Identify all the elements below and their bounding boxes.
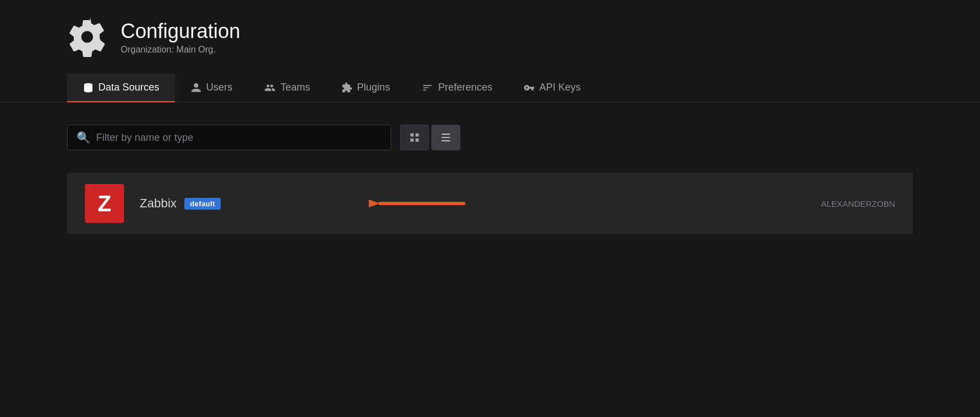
tab-preferences[interactable]: Preferences bbox=[406, 74, 508, 102]
search-area: 🔍 bbox=[67, 125, 913, 150]
default-badge: default bbox=[184, 198, 221, 210]
list-view-button[interactable] bbox=[431, 125, 460, 150]
tab-api-keys-label: API Keys bbox=[539, 82, 581, 93]
arrow-svg bbox=[369, 187, 469, 220]
page-title: Configuration bbox=[121, 19, 240, 43]
tab-plugins-label: Plugins bbox=[357, 82, 390, 93]
search-wrapper: 🔍 bbox=[67, 125, 391, 150]
header: Configuration Organization: Main Org. bbox=[0, 17, 980, 74]
arrow-annotation bbox=[369, 187, 469, 220]
database-icon bbox=[83, 82, 94, 93]
nav-tabs: Data Sources Users Teams bbox=[0, 74, 980, 102]
key-icon bbox=[524, 82, 535, 93]
datasource-name: Zabbix bbox=[140, 196, 177, 211]
header-text: Configuration Organization: Main Org. bbox=[121, 19, 240, 54]
gear-icon bbox=[67, 17, 107, 57]
page-wrapper: Configuration Organization: Main Org. Da… bbox=[0, 0, 980, 417]
search-input[interactable] bbox=[96, 132, 382, 144]
main-content: 🔍 Z bbox=[0, 102, 980, 257]
tab-api-keys[interactable]: API Keys bbox=[508, 74, 596, 102]
tab-preferences-label: Preferences bbox=[438, 82, 492, 93]
tab-data-sources[interactable]: Data Sources bbox=[67, 74, 175, 102]
sliders-icon bbox=[421, 82, 434, 93]
tab-teams-label: Teams bbox=[280, 82, 310, 93]
puzzle-icon bbox=[341, 82, 353, 93]
tab-data-sources-label: Data Sources bbox=[98, 82, 159, 93]
search-icon: 🔍 bbox=[77, 131, 91, 144]
datasource-row[interactable]: Z Zabbix default bbox=[67, 173, 913, 234]
page-subtitle: Organization: Main Org. bbox=[121, 45, 240, 55]
user-icon bbox=[191, 82, 202, 93]
datasource-list: Z Zabbix default bbox=[67, 173, 913, 234]
tab-users[interactable]: Users bbox=[175, 74, 248, 102]
datasource-logo: Z bbox=[85, 184, 124, 223]
view-toggles bbox=[400, 125, 460, 150]
users-icon bbox=[264, 82, 276, 93]
datasource-url: ALEXANDERZOBN bbox=[821, 199, 895, 209]
tab-plugins[interactable]: Plugins bbox=[326, 74, 406, 102]
grid-view-button[interactable] bbox=[400, 125, 429, 150]
tab-users-label: Users bbox=[206, 82, 232, 93]
tab-teams[interactable]: Teams bbox=[248, 74, 326, 102]
